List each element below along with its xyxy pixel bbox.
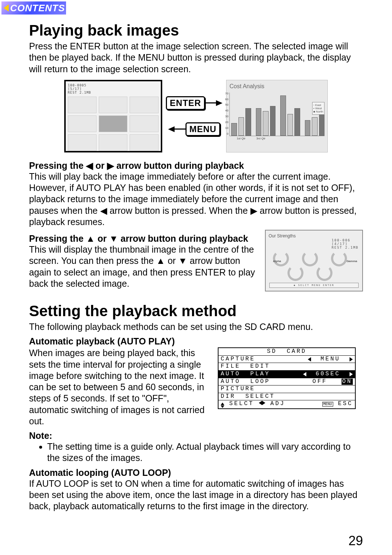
- heading-setting-playback: Setting the playback method: [29, 302, 363, 320]
- contents-button[interactable]: CONTENTS: [1, 1, 66, 15]
- triangle-right-icon: [350, 357, 353, 362]
- thumb-index: [5/17]: [68, 87, 159, 91]
- thumb-file: 100-0005: [68, 83, 159, 87]
- note-list: The setting time is a guide only. Actual…: [29, 441, 363, 464]
- page-number: 29: [348, 533, 363, 548]
- key-arrows: ENTER MENU: [166, 96, 222, 136]
- sub1-body: This will play back the image immediatel…: [29, 171, 363, 228]
- p2: The following playback methods can be se…: [29, 321, 363, 332]
- sub2-body: This will display the thumbnail image in…: [29, 244, 258, 289]
- contents-label: CONTENTS: [10, 3, 65, 14]
- sd-title: SD CARD: [219, 348, 355, 355]
- note-label: Note:: [29, 430, 363, 441]
- sub2-title: Pressing the ▲ or ▼ arrow button during …: [29, 233, 258, 244]
- enter-key-icon: ENTER: [166, 96, 205, 110]
- arrow-left-icon: [168, 126, 175, 132]
- sd-card-menu: SD CARD CAPTURE MENU FILE EDIT AUTO PLAY…: [218, 347, 356, 409]
- triangle-left-icon: [303, 372, 306, 376]
- enter-row: ENTER: [166, 96, 222, 110]
- triangle-left-icon: [4, 4, 9, 12]
- playback-diagram: 100-0005 [5/17] REST 2.1MB ENTER MENU Co…: [29, 80, 363, 152]
- sd-row-picture: PICTURE: [219, 385, 355, 393]
- thumbnail-grid: 100-0005 [5/17] REST 2.1MB: [64, 80, 162, 152]
- sd-row-fileedit: FILE EDIT: [219, 363, 355, 370]
- chart-legend: ▫ East ▪ West ■ North: [312, 102, 325, 115]
- triangle-left-icon: [308, 357, 311, 362]
- triangle-right-icon: [350, 372, 353, 376]
- thumb-rest: REST 2.1MB: [68, 91, 159, 94]
- sd-row-footer: SELCT ADJ MENU ESC: [219, 400, 355, 408]
- sd-row-autoplay: AUTO PLAY 60SEC: [219, 370, 355, 378]
- note-item: The setting time is a guide only. Actual…: [47, 441, 363, 464]
- sd-row-autoloop: AUTO LOOP OFF ON: [219, 378, 355, 385]
- sd-row-capture: CAPTURE MENU: [219, 355, 355, 363]
- menu-key-icon: MENU: [185, 122, 221, 136]
- sd-row-dirselect: DIR SELECT: [219, 393, 355, 400]
- strengths-footer: ◆ SELCT MENU ENTER: [269, 283, 359, 288]
- sub1-title: Pressing the ◀ or ▶ arrow button during …: [29, 160, 363, 171]
- sub4-title: Automatic looping (AUTO LOOP): [29, 468, 363, 478]
- sub3-title: Automatic playback (AUTO PLAY): [29, 336, 363, 347]
- strengths-thumbnail: Our Strengths 100-006 [4/17] REST 2.1MB …: [265, 230, 363, 291]
- menu-row: MENU: [168, 122, 221, 136]
- sub4-body: If AUTO LOOP is set to ON when a time fo…: [29, 478, 363, 512]
- strengths-title: Our Strengths: [269, 233, 359, 238]
- intro-paragraph: Press the ENTER button at the image sele…: [29, 41, 363, 75]
- chart-title: Cost Analysis: [229, 83, 324, 90]
- cost-analysis-chart: Cost Analysis 706050403020100 1st Qtr3rd…: [226, 80, 328, 152]
- sub3-body: When images are being played back, this …: [29, 347, 211, 427]
- heading-playing-back: Playing back images: [29, 22, 363, 39]
